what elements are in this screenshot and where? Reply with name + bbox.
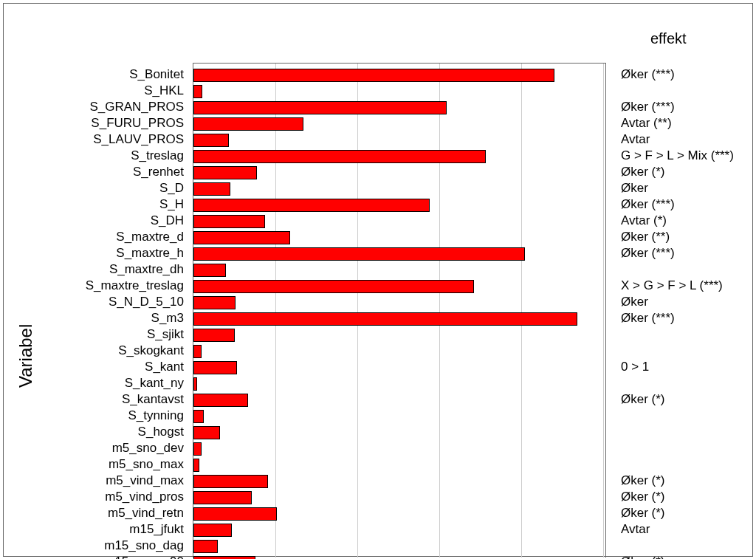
- effect-label: Øker (*): [621, 473, 665, 488]
- category-label: m15_sno_p90: [104, 555, 184, 559]
- category-label: m5_sno_max: [109, 457, 184, 472]
- bar-row: S_HKL: [4, 83, 752, 100]
- category-label: S_maxtre_d: [116, 230, 184, 244]
- effect-label: Avtar: [621, 522, 650, 537]
- bar: [193, 134, 229, 147]
- bar: [193, 361, 237, 374]
- category-label: S_LAUV_PROS: [93, 132, 184, 147]
- bar-row: S_FURU_PROSAvtar (**): [4, 116, 752, 132]
- bar-row: S_sjikt: [4, 327, 752, 343]
- bar-row: S_hogst: [4, 425, 752, 441]
- effect-label: Øker (***): [621, 197, 675, 212]
- effect-label: X > G > F > L (***): [621, 278, 723, 293]
- effect-label: Øker (*): [621, 165, 665, 179]
- bar-row: S_kant0 > 1: [4, 360, 752, 376]
- bar: [193, 394, 248, 407]
- effect-label: 0 > 1: [621, 360, 649, 374]
- effect-label: Øker: [621, 181, 648, 196]
- category-label: S_GRAN_PROS: [89, 100, 184, 114]
- bar: [193, 85, 202, 98]
- bar: [193, 247, 525, 261]
- category-label: S_renhet: [133, 165, 184, 179]
- bar: [193, 410, 204, 423]
- bar: [193, 166, 257, 179]
- category-label: S_maxtre_h: [116, 246, 184, 261]
- category-label: m5_vind_retn: [108, 506, 184, 521]
- bar: [193, 377, 197, 391]
- bar-row: S_maxtre_hØker (***): [4, 246, 752, 262]
- category-label: m5_vind_pros: [105, 490, 184, 504]
- category-label: S_maxtre_treslag: [86, 278, 184, 293]
- bar-row: S_kantavstØker (*): [4, 392, 752, 408]
- category-label: m15_sno_dag: [104, 538, 184, 553]
- effect-label: Øker (*): [621, 392, 665, 407]
- bar-row: m15_sno_dag: [4, 538, 752, 555]
- bar-row: S_treslagG > F > L > Mix (***): [4, 148, 752, 165]
- category-label: S_m3: [151, 311, 184, 326]
- category-label: S_kantavst: [122, 392, 184, 407]
- bar: [193, 459, 199, 472]
- bar-row: m5_sno_max: [4, 457, 752, 473]
- bar-row: S_renhetØker (*): [4, 165, 752, 181]
- bar: [193, 199, 430, 212]
- bar-row: S_N_D_5_10Øker: [4, 295, 752, 311]
- category-label: S_DH: [151, 213, 184, 228]
- category-label: S_HKL: [144, 83, 184, 98]
- category-label: S_D: [159, 181, 184, 196]
- effect-label: Øker (***): [621, 67, 675, 82]
- category-label: S_H: [159, 197, 184, 212]
- effect-label: Øker (*): [621, 506, 665, 521]
- bar: [193, 264, 226, 277]
- bar: [193, 312, 577, 326]
- bar-row: S_DHAvtar (*): [4, 213, 752, 230]
- bar-row: m5_vind_maxØker (*): [4, 473, 752, 490]
- bar: [193, 150, 486, 163]
- bar-row: m5_vind_prosØker (*): [4, 490, 752, 506]
- category-label: S_N_D_5_10: [109, 295, 184, 309]
- bar-row: m5_sno_dev: [4, 441, 752, 457]
- category-label: S_kant: [145, 360, 184, 374]
- bar-row: S_tynning: [4, 408, 752, 425]
- bar: [193, 117, 303, 131]
- bar: [193, 442, 202, 456]
- bar: [193, 426, 220, 439]
- effect-label: Avtar: [621, 132, 650, 147]
- category-label: S_hogst: [138, 425, 184, 439]
- category-label: S_kant_ny: [125, 376, 184, 391]
- bar-row: S_skogkant: [4, 343, 752, 360]
- effect-label: Øker (**): [621, 230, 670, 244]
- bar-row: S_m3Øker (***): [4, 311, 752, 327]
- bar-row: m15_jfuktAvtar: [4, 522, 752, 538]
- bar: [193, 507, 277, 521]
- bar-row: S_kant_ny: [4, 376, 752, 392]
- bar: [193, 524, 232, 537]
- effect-label: Øker (*): [621, 490, 665, 504]
- bar: [193, 280, 474, 293]
- bar-row: S_LAUV_PROSAvtar: [4, 132, 752, 148]
- category-label: S_skogkant: [118, 343, 184, 358]
- bar-row: S_BonitetØker (***): [4, 67, 752, 83]
- bar: [193, 475, 268, 488]
- bar-row: S_GRAN_PROSØker (***): [4, 100, 752, 116]
- bar-row: S_maxtre_dh: [4, 262, 752, 278]
- effect-label: Øker (***): [621, 246, 675, 261]
- bar: [193, 329, 235, 342]
- effect-label: Øker (*): [621, 555, 665, 559]
- bar: [193, 101, 447, 114]
- category-label: S_FURU_PROS: [91, 116, 184, 131]
- category-label: S_maxtre_dh: [109, 262, 184, 277]
- effect-label: G > F > L > Mix (***): [621, 148, 734, 163]
- bar: [193, 491, 252, 504]
- bar-row: m15_sno_p90Øker (*): [4, 555, 752, 559]
- effect-label: Øker (***): [621, 100, 675, 114]
- category-label: S_tynning: [128, 408, 184, 423]
- category-label: S_Bonitet: [129, 67, 184, 82]
- bar: [193, 231, 290, 244]
- category-label: m15_jfukt: [129, 522, 184, 537]
- bar-row: S_DØker: [4, 181, 752, 197]
- bar: [193, 182, 230, 196]
- bar-row: S_HØker (***): [4, 197, 752, 213]
- bar-row: S_maxtre_dØker (**): [4, 230, 752, 246]
- bar: [193, 215, 265, 228]
- category-label: S_treslag: [131, 148, 184, 163]
